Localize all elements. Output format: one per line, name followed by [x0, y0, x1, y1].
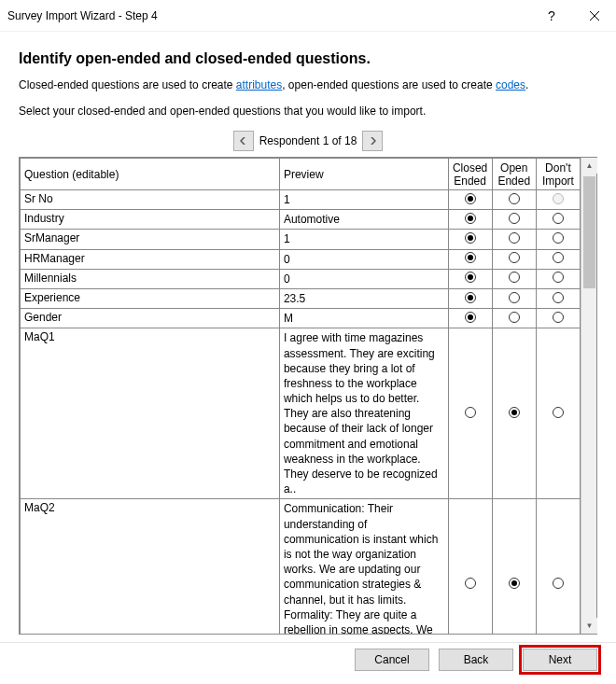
closed-radio-cell[interactable] [448, 328, 492, 499]
closed-radio[interactable] [465, 213, 476, 224]
footer-hint: Click Next to continue [19, 635, 597, 642]
back-button[interactable]: Back [439, 649, 513, 671]
wizard-window: Survey Import Wizard - Step 4 ? Identify… [0, 0, 616, 684]
closed-radio-cell[interactable] [448, 499, 492, 634]
preview-cell: Communication: Their understanding of co… [279, 499, 448, 634]
preview-cell: I agree with time magazines assessment. … [279, 328, 448, 499]
closed-radio-cell[interactable] [448, 249, 492, 269]
col-dont-import[interactable]: Don't Import [536, 159, 580, 190]
open-radio-cell[interactable] [492, 288, 536, 308]
dont-radio-cell[interactable] [536, 499, 580, 634]
table-scrollbar[interactable]: ▲ ▼ [581, 158, 596, 634]
closed-radio[interactable] [465, 578, 476, 589]
closed-radio-cell[interactable] [448, 210, 492, 230]
open-radio[interactable] [509, 193, 520, 204]
question-cell[interactable]: SrManager [21, 230, 280, 249]
dont-radio-cell[interactable] [536, 190, 580, 210]
open-radio-cell[interactable] [492, 249, 536, 269]
open-radio-cell[interactable] [492, 190, 536, 210]
open-radio-cell[interactable] [492, 499, 536, 634]
open-radio[interactable] [509, 272, 520, 283]
dont-radio[interactable] [553, 232, 564, 244]
pager-prev-button[interactable] [233, 131, 254, 151]
dont-radio-cell[interactable] [536, 249, 580, 269]
open-radio-cell[interactable] [492, 309, 536, 328]
open-radio[interactable] [509, 232, 520, 244]
scroll-thumb[interactable] [583, 176, 595, 288]
closed-radio[interactable] [465, 272, 476, 283]
help-button[interactable]: ? [530, 0, 573, 32]
question-cell[interactable]: Millennials [21, 269, 280, 288]
closed-radio-cell[interactable] [448, 309, 492, 328]
table-row: MaQ2Communication: Their understanding o… [21, 499, 581, 634]
table-row: Millennials0 [21, 269, 581, 288]
scroll-up-button[interactable]: ▲ [581, 158, 597, 174]
question-cell[interactable]: Sr No [21, 190, 280, 210]
dont-radio[interactable] [553, 213, 564, 224]
table-row: Sr No1 [21, 190, 581, 210]
open-radio-cell[interactable] [492, 230, 536, 249]
closed-radio[interactable] [465, 232, 476, 244]
closed-radio[interactable] [465, 407, 476, 418]
dont-radio-cell[interactable] [536, 230, 580, 249]
col-open[interactable]: Open Ended [492, 159, 536, 190]
cancel-button[interactable]: Cancel [355, 649, 429, 671]
table-row: SrManager1 [21, 230, 581, 249]
open-radio[interactable] [509, 292, 520, 303]
col-preview[interactable]: Preview [279, 159, 448, 190]
closed-radio-cell[interactable] [448, 269, 492, 288]
closed-radio[interactable] [465, 292, 476, 303]
page-heading: Identify open-ended and closed-ended que… [19, 50, 597, 67]
open-radio-cell[interactable] [492, 328, 536, 499]
window-title: Survey Import Wizard - Step 4 [7, 9, 530, 22]
open-radio-cell[interactable] [492, 210, 536, 230]
dont-radio-cell[interactable] [536, 269, 580, 288]
question-cell[interactable]: Industry [21, 210, 280, 230]
dont-radio-cell[interactable] [536, 210, 580, 230]
dont-radio-cell[interactable] [536, 309, 580, 328]
col-closed[interactable]: Closed Ended [448, 159, 492, 190]
question-table: Question (editable) Preview Closed Ended… [20, 158, 581, 634]
close-icon [590, 11, 599, 21]
question-table-scroll: Question (editable) Preview Closed Ended… [20, 158, 581, 634]
attributes-link[interactable]: attributes [236, 78, 282, 91]
dont-radio[interactable] [553, 252, 564, 263]
next-button[interactable]: Next [523, 649, 597, 671]
closed-radio[interactable] [465, 252, 476, 263]
pager-next-button[interactable] [362, 131, 383, 151]
question-cell[interactable]: Experience [21, 288, 280, 308]
open-radio[interactable] [509, 407, 520, 418]
open-radio[interactable] [509, 252, 520, 263]
closed-radio-cell[interactable] [448, 230, 492, 249]
dont-radio[interactable] [553, 292, 564, 303]
pager-label: Respondent 1 of 18 [259, 134, 357, 147]
preview-cell: 0 [279, 269, 448, 288]
close-button[interactable] [573, 0, 616, 32]
codes-link[interactable]: codes [496, 78, 525, 91]
closed-radio[interactable] [465, 193, 476, 204]
question-cell[interactable]: Gender [21, 309, 280, 328]
closed-radio[interactable] [465, 312, 476, 323]
open-radio[interactable] [509, 578, 520, 589]
dont-radio[interactable] [553, 312, 564, 323]
question-cell[interactable]: HRManager [21, 249, 280, 269]
dont-radio[interactable] [553, 193, 564, 204]
dont-radio[interactable] [553, 578, 564, 589]
table-header-row: Question (editable) Preview Closed Ended… [21, 159, 581, 190]
dont-radio[interactable] [553, 407, 564, 418]
scroll-down-button[interactable]: ▼ [581, 618, 597, 634]
question-cell[interactable]: MaQ1 [21, 328, 280, 499]
question-cell[interactable]: MaQ2 [21, 499, 280, 634]
preview-cell: 23.5 [279, 288, 448, 308]
col-question[interactable]: Question (editable) [21, 159, 280, 190]
chevron-right-icon [369, 137, 376, 145]
closed-radio-cell[interactable] [448, 190, 492, 210]
open-radio-cell[interactable] [492, 269, 536, 288]
description-line: Closed-ended questions are used to creat… [19, 78, 597, 91]
dont-radio[interactable] [553, 272, 564, 283]
dont-radio-cell[interactable] [536, 328, 580, 499]
open-radio[interactable] [509, 213, 520, 224]
dont-radio-cell[interactable] [536, 288, 580, 308]
closed-radio-cell[interactable] [448, 288, 492, 308]
open-radio[interactable] [509, 312, 520, 323]
